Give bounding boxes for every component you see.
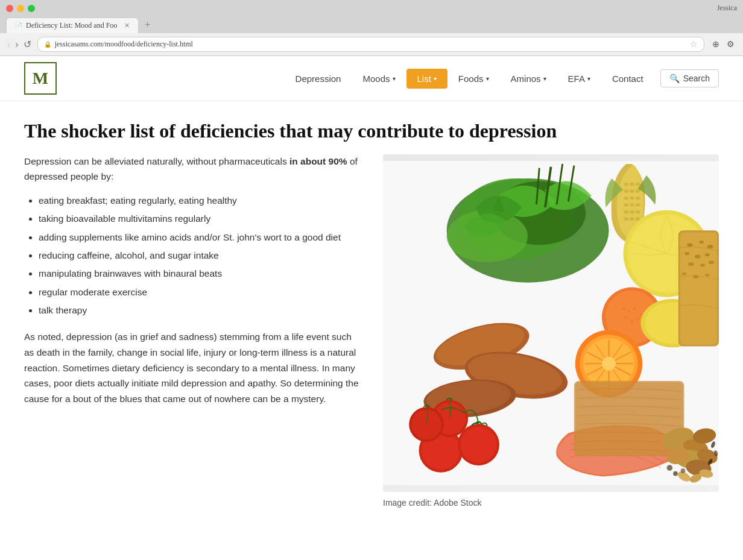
svg-point-31	[622, 307, 625, 310]
browser-toolbar-right: ⊕ ⚙	[710, 39, 736, 50]
nav-item-contact[interactable]: Contact	[601, 69, 654, 89]
svg-point-33	[634, 307, 636, 310]
svg-point-34	[639, 313, 642, 316]
svg-point-13	[630, 190, 634, 193]
svg-point-70	[693, 275, 699, 279]
bookmark-icon[interactable]: ☆	[690, 39, 698, 49]
content-right: Image credit: Adobe Stock	[383, 154, 719, 508]
svg-point-66	[688, 263, 694, 266]
url-bar[interactable]: 🔒 jessicasams.com/moodfood/deficiency-li…	[37, 37, 704, 52]
svg-point-20	[636, 204, 640, 207]
svg-point-19	[630, 204, 634, 207]
url-text: jessicasams.com/moodfood/deficiency-list…	[55, 40, 686, 49]
svg-point-15	[624, 197, 629, 200]
svg-point-18	[624, 204, 629, 207]
user-name-label: Jessica	[717, 4, 737, 13]
foods-caret-icon: ▾	[486, 75, 489, 82]
svg-point-84	[667, 465, 673, 471]
search-icon: 🔍	[669, 74, 680, 83]
svg-point-22	[630, 210, 634, 214]
lock-icon: 🔒	[44, 41, 51, 48]
settings-icon[interactable]: ⚙	[725, 39, 736, 50]
tab-title: Deficiency List: Mood and Foo	[26, 21, 117, 30]
refresh-button[interactable]: ↺	[24, 39, 31, 50]
nav-item-foods[interactable]: Foods ▾	[447, 69, 500, 89]
svg-point-17	[636, 197, 640, 200]
nav-item-moods[interactable]: Moods ▾	[352, 69, 406, 89]
svg-point-35	[625, 316, 627, 319]
svg-point-60	[687, 244, 693, 247]
back-button[interactable]: ‹	[7, 39, 10, 50]
svg-point-64	[695, 255, 701, 259]
svg-point-23	[636, 210, 640, 214]
list-caret-icon: ▾	[434, 75, 437, 82]
svg-point-37	[637, 318, 639, 320]
svg-point-67	[700, 264, 705, 267]
nav-item-depression[interactable]: Depression	[285, 69, 352, 89]
svg-point-62	[707, 245, 713, 249]
nav-item-list[interactable]: List ▾	[406, 69, 447, 89]
traffic-lights	[6, 5, 35, 12]
svg-point-63	[685, 253, 689, 256]
extensions-icon[interactable]: ⊕	[710, 39, 721, 50]
tab-close-button[interactable]: ✕	[124, 22, 130, 30]
nav-item-aminos[interactable]: Aminos ▾	[500, 69, 557, 89]
browser-chrome: Jessica 📄 Deficiency List: Mood and Foo …	[0, 0, 743, 56]
maximize-button[interactable]	[28, 5, 35, 12]
new-tab-area[interactable]: +	[140, 16, 155, 33]
svg-point-85	[673, 471, 678, 476]
site-nav: Depression Moods ▾ List ▾ Foods ▾ Aminos…	[285, 69, 719, 89]
food-image	[383, 154, 719, 492]
efa-caret-icon: ▾	[587, 75, 590, 82]
svg-point-65	[705, 254, 710, 257]
svg-point-21	[624, 210, 629, 214]
list-item: regular moderate exercise	[39, 285, 359, 300]
nav-buttons: ‹ › ↺	[7, 39, 31, 50]
moods-caret-icon: ▾	[393, 75, 396, 82]
address-bar: ‹ › ↺ 🔒 jessicasams.com/moodfood/deficie…	[0, 33, 743, 55]
svg-point-53	[461, 427, 497, 463]
content-layout: Depression can be alleviated naturally, …	[24, 154, 719, 508]
svg-point-43	[602, 357, 616, 371]
svg-point-86	[681, 468, 686, 473]
page-title: The shocker list of deficiencies that ma…	[24, 119, 719, 142]
minimize-button[interactable]	[17, 5, 24, 12]
svg-point-14	[636, 190, 640, 193]
svg-point-36	[631, 321, 633, 324]
active-tab[interactable]: 📄 Deficiency List: Mood and Foo ✕	[6, 17, 139, 33]
site-wrapper: M Depression Moods ▾ List ▾ Foods ▾ Amin…	[0, 56, 743, 532]
list-item: taking bioavailable multivitamins regula…	[39, 211, 359, 227]
forward-button[interactable]: ›	[15, 39, 18, 50]
svg-point-12	[624, 190, 629, 193]
search-button[interactable]: 🔍 Search	[660, 69, 719, 87]
svg-point-10	[630, 183, 634, 186]
svg-point-61	[699, 241, 704, 244]
content-left: Depression can be alleviated naturally, …	[24, 154, 359, 406]
list-item: reducing caffeine, alcohol, and sugar in…	[39, 248, 359, 263]
intro-paragraph: Depression can be alleviated naturally, …	[24, 154, 359, 184]
svg-point-69	[682, 272, 687, 275]
list-item: eating breakfast; eating regularly, eati…	[39, 193, 359, 209]
main-content: The shocker list of deficiencies that ma…	[0, 101, 743, 532]
svg-point-16	[630, 197, 634, 200]
svg-point-11	[636, 183, 640, 186]
svg-point-32	[628, 310, 630, 313]
title-bar: Jessica	[0, 0, 743, 16]
body-text: As noted, depression (as in grief and sa…	[24, 329, 359, 406]
bullet-list: eating breakfast; eating regularly, eati…	[39, 193, 359, 318]
tab-favicon: 📄	[15, 22, 22, 29]
svg-point-68	[709, 261, 715, 265]
image-credit: Image credit: Adobe Stock	[383, 498, 719, 508]
svg-point-71	[705, 274, 710, 277]
tab-bar: 📄 Deficiency List: Mood and Foo ✕ +	[0, 16, 743, 33]
site-logo[interactable]: M	[24, 62, 57, 95]
nav-item-efa[interactable]: EFA ▾	[557, 69, 601, 89]
site-header: M Depression Moods ▾ List ▾ Foods ▾ Amin…	[0, 56, 743, 101]
new-tab-icon: +	[145, 19, 150, 30]
list-item: adding supplements like amino acids and/…	[39, 230, 359, 245]
list-item: talk therapy	[39, 303, 359, 318]
aminos-caret-icon: ▾	[543, 75, 546, 82]
close-button[interactable]	[6, 5, 13, 12]
list-item: manipulating brainwaves with binaural be…	[39, 266, 359, 282]
food-image-container: Image credit: Adobe Stock	[383, 154, 719, 508]
